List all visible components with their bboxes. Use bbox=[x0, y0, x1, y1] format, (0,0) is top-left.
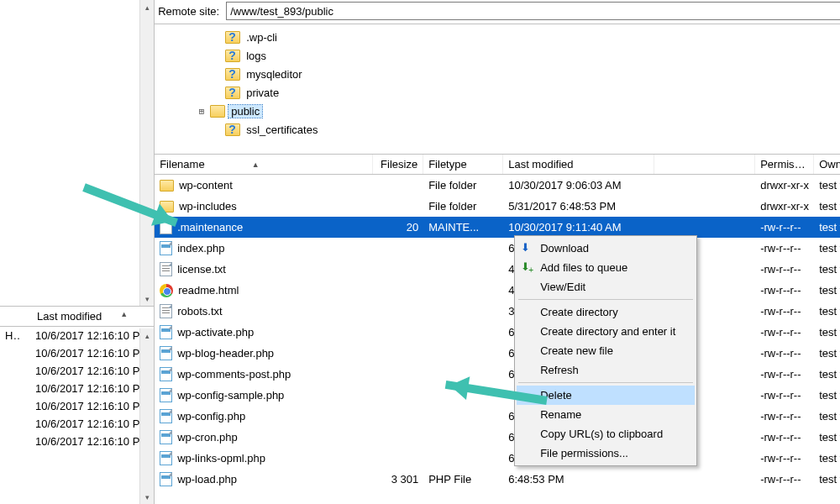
file-type bbox=[423, 266, 503, 273]
file-owner: test ww... bbox=[814, 281, 840, 300]
context-menu[interactable]: Download Add files to queue View/Edit Cr… bbox=[514, 235, 697, 466]
ctx-rename[interactable]: Rename bbox=[517, 405, 695, 424]
table-row[interactable]: wp-activate.php6:48:53 PM-rw-r--r--test … bbox=[155, 322, 840, 343]
file-permissions: -rw-r--r-- bbox=[755, 407, 814, 426]
unknown-folder-icon bbox=[225, 123, 240, 136]
table-row[interactable]: .maintenance20MAINTE...10/30/2017 9:11:4… bbox=[155, 217, 840, 238]
table-row[interactable]: wp-config.php6:48:53 PM-rw-r--r--test ww… bbox=[155, 406, 840, 427]
list-item[interactable]: 10/6/2017 12:16:10 PM bbox=[0, 344, 154, 362]
remote-file-list[interactable]: Filename▲ Filesize Filetype Last modifie… bbox=[155, 155, 840, 504]
tree-node[interactable]: ⊞public bbox=[197, 102, 840, 120]
file-owner: test ww... bbox=[814, 386, 840, 405]
scroll-up-icon[interactable]: ▴ bbox=[140, 0, 155, 14]
local-col-modified: 10/6/2017 12:16:10 PM bbox=[35, 329, 149, 342]
remote-tree[interactable]: .wp-clilogsmysqleditorprivate⊞publicssl_… bbox=[155, 24, 840, 155]
list-item[interactable]: 10/6/2017 12:16:10 PM bbox=[0, 433, 154, 450]
remote-list-header[interactable]: Filename▲ Filesize Filetype Last modifie… bbox=[155, 155, 840, 175]
separator bbox=[518, 382, 693, 383]
file-modified: 10/30/2017 9:06:03 AM bbox=[503, 176, 654, 195]
file-size bbox=[373, 287, 423, 294]
col-filesize[interactable]: Filesize bbox=[373, 155, 423, 174]
local-list-header[interactable]: Last modified ▲ bbox=[0, 307, 154, 327]
scroll-up-icon[interactable]: ▴ bbox=[140, 328, 155, 343]
list-item[interactable]: 10/6/2017 12:16:10 PM bbox=[0, 362, 154, 380]
php-icon bbox=[160, 451, 172, 465]
file-name: wp-config-sample.php bbox=[177, 389, 284, 402]
table-row[interactable]: robots.txt3:53:54 PM-rw-r--r--test ww... bbox=[155, 301, 840, 322]
ctx-download[interactable]: Download bbox=[517, 239, 695, 258]
scrollbar-vertical[interactable]: ▴ ▾ bbox=[139, 0, 154, 306]
download-icon bbox=[521, 241, 534, 255]
file-type: MAINTE... bbox=[423, 218, 503, 237]
txt-icon bbox=[160, 304, 172, 318]
table-row[interactable]: wp-load.php3 301PHP File6:48:53 PM-rw-r-… bbox=[155, 469, 840, 490]
ctx-create-directory-enter[interactable]: Create directory and enter it bbox=[517, 322, 695, 341]
local-col-modified: 10/6/2017 12:16:10 PM bbox=[35, 382, 149, 395]
scroll-down-icon[interactable]: ▾ bbox=[140, 490, 155, 504]
tree-node[interactable]: logs bbox=[212, 46, 840, 65]
file-owner: test ww... bbox=[814, 218, 840, 237]
php-icon bbox=[160, 346, 172, 360]
file-permissions: -rw-r--r-- bbox=[755, 323, 814, 342]
php-icon bbox=[160, 430, 172, 444]
table-row[interactable]: wp-cron.php6:48:53 PM-rw-r--r--test ww..… bbox=[155, 427, 840, 448]
ctx-file-permissions[interactable]: File permissions... bbox=[517, 444, 695, 463]
file-type bbox=[423, 329, 503, 336]
ctx-create-new-file[interactable]: Create new file bbox=[517, 341, 695, 360]
col-permissions[interactable]: Permissi... bbox=[755, 155, 814, 174]
table-row[interactable]: wp-blog-header.php6:48:53 PM-rw-r--r--te… bbox=[155, 343, 840, 364]
tree-node-label: logs bbox=[244, 50, 269, 62]
list-item[interactable]: HT...10/6/2017 12:16:10 PM bbox=[0, 327, 154, 344]
tree-node-label: ssl_certificates bbox=[244, 123, 320, 136]
list-item[interactable]: 10/6/2017 12:16:10 PM bbox=[0, 380, 154, 397]
tree-node[interactable]: .wp-cli bbox=[212, 28, 840, 46]
file-size bbox=[373, 182, 423, 189]
php-icon bbox=[160, 241, 172, 255]
scrollbar-vertical[interactable]: ▴ ▾ bbox=[139, 328, 154, 504]
scroll-down-icon[interactable]: ▾ bbox=[140, 291, 155, 306]
file-name: wp-links-opml.php bbox=[177, 452, 265, 465]
table-row[interactable]: license.txt4:50:24 PM-rw-r--r--test ww..… bbox=[155, 259, 840, 280]
table-row[interactable]: wp-links-opml.php6:48:53 PM-rw-r--r--tes… bbox=[155, 448, 840, 469]
table-row[interactable]: readme.html4:50:24 PM-rw-r--r--test ww..… bbox=[155, 280, 840, 301]
ctx-view-edit[interactable]: View/Edit bbox=[517, 277, 695, 297]
remote-path-input[interactable] bbox=[226, 2, 840, 20]
file-owner: test ww... bbox=[814, 323, 840, 342]
list-item[interactable]: 10/6/2017 12:16:10 PM bbox=[0, 397, 154, 415]
expander-icon[interactable]: ⊞ bbox=[197, 106, 207, 117]
tree-node[interactable]: ssl_certificates bbox=[212, 120, 840, 139]
file-name: wp-content bbox=[179, 179, 233, 192]
file-owner: test ww... bbox=[814, 197, 840, 216]
file-name: wp-load.php bbox=[177, 473, 237, 486]
file-permissions: -rw-r--r-- bbox=[755, 281, 814, 300]
ctx-copy-urls[interactable]: Copy URL(s) to clipboard bbox=[517, 424, 695, 444]
folder-icon bbox=[210, 105, 225, 118]
file-type bbox=[423, 308, 503, 315]
file-permissions: -rw-r--r-- bbox=[755, 449, 814, 468]
tree-node[interactable]: private bbox=[212, 83, 840, 102]
tree-node-label: private bbox=[244, 87, 281, 99]
unknown-folder-icon bbox=[225, 68, 240, 81]
col-filename[interactable]: Filename▲ bbox=[155, 155, 373, 174]
ctx-add-to-queue[interactable]: Add files to queue bbox=[517, 258, 695, 277]
table-row[interactable]: wp-comments-post.php6:48:53 PM-rw-r--r--… bbox=[155, 364, 840, 385]
col-last-modified[interactable]: Last modified bbox=[503, 155, 654, 174]
col-owner[interactable]: Owner/G... bbox=[814, 155, 840, 174]
ctx-create-directory[interactable]: Create directory bbox=[517, 302, 695, 322]
file-size bbox=[373, 266, 423, 273]
ctx-refresh[interactable]: Refresh bbox=[517, 360, 695, 380]
table-row[interactable]: index.php6:48:53 PM-rw-r--r--test ww... bbox=[155, 238, 840, 259]
col-filetype[interactable]: Filetype bbox=[423, 155, 503, 174]
local-col-modified: 10/6/2017 12:16:10 PM bbox=[35, 417, 149, 430]
list-item[interactable]: 10/6/2017 12:16:10 PM bbox=[0, 415, 154, 433]
file-name: wp-activate.php bbox=[177, 326, 254, 339]
local-col-last-modified[interactable]: Last modified bbox=[37, 310, 102, 323]
local-list-pane: Last modified ▲ HT...10/6/2017 12:16:10 … bbox=[0, 307, 155, 504]
table-row[interactable]: wp-includesFile folder5/31/2017 6:48:53 … bbox=[155, 196, 840, 217]
 bbox=[654, 182, 755, 189]
tree-node[interactable]: mysqleditor bbox=[212, 65, 840, 83]
file-type bbox=[423, 287, 503, 294]
file-owner: test ww... bbox=[814, 470, 840, 489]
file-size bbox=[373, 455, 423, 462]
table-row[interactable]: wp-contentFile folder10/30/2017 9:06:03 … bbox=[155, 175, 840, 196]
